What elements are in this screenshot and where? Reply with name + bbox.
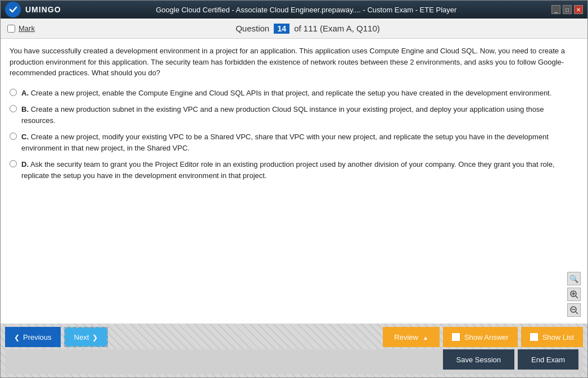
option-b-text: B. Create a new production subnet in the… <box>21 104 578 126</box>
next-chevron-icon <box>92 333 98 341</box>
option-b-content: Create a new production subnet in the ex… <box>21 105 544 125</box>
bottom-wrapper: Previous Next Review Show Answer <box>1 324 587 377</box>
option-c-letter: C. <box>21 133 29 141</box>
question-total: of 111 (Exam A, Q110) <box>294 24 380 33</box>
option-a: A. Create a new project, enable the Comp… <box>10 88 578 99</box>
option-d: D. Ask the security team to grant you th… <box>10 159 578 181</box>
bottom-row2: Save Session End Exam <box>5 349 583 374</box>
review-label: Review <box>394 333 418 341</box>
show-list-icon <box>530 333 538 341</box>
title-bar-left: UMINGO <box>5 2 61 17</box>
option-c-content: Create a new project, modify your existi… <box>21 133 549 152</box>
review-chevron-icon <box>423 333 428 341</box>
option-d-radio[interactable] <box>10 160 17 167</box>
option-a-radio[interactable] <box>10 89 17 96</box>
zoom-controls: 🔍 <box>567 272 581 317</box>
option-a-text: A. Create a new project, enable the Comp… <box>21 88 578 99</box>
main-window: UMINGO Google Cloud Certified - Associat… <box>0 0 588 378</box>
title-bar: UMINGO Google Cloud Certified - Associat… <box>1 1 587 19</box>
save-session-button[interactable]: Save Session <box>443 349 515 370</box>
option-c: C. Create a new project, modify your exi… <box>10 131 578 153</box>
title-bar-title: Google Cloud Certified - Associate Cloud… <box>156 6 456 14</box>
bottom-inner: Previous Next Review Show Answer <box>1 324 587 377</box>
option-b-radio[interactable] <box>10 105 17 112</box>
next-label: Next <box>74 333 89 341</box>
search-icon-btn[interactable]: 🔍 <box>567 272 581 285</box>
question-content: You have successfully created a developm… <box>1 39 587 324</box>
show-answer-label: Show Answer <box>464 333 509 341</box>
previous-button[interactable]: Previous <box>5 327 61 347</box>
zoom-out-button[interactable] <box>567 303 581 317</box>
logo-text: UMINGO <box>25 5 61 14</box>
show-list-label: Show List <box>542 333 574 341</box>
zoom-in-button[interactable] <box>567 288 581 301</box>
question-label: Question <box>236 24 269 33</box>
bottom-row1: Previous Next Review Show Answer <box>5 327 583 347</box>
save-session-label: Save Session <box>456 356 501 364</box>
show-answer-button[interactable]: Show Answer <box>443 327 518 347</box>
options-list: A. Create a new project, enable the Comp… <box>10 88 578 181</box>
previous-label: Previous <box>23 333 52 341</box>
svg-point-0 <box>7 4 19 15</box>
svg-line-2 <box>576 296 578 298</box>
review-button[interactable]: Review <box>383 327 440 347</box>
show-list-button[interactable]: Show List <box>521 327 583 347</box>
question-text: You have successfully created a developm… <box>10 45 578 79</box>
next-button[interactable]: Next <box>64 327 108 347</box>
option-b: B. Create a new production subnet in the… <box>10 104 578 126</box>
close-button[interactable]: ✕ <box>574 5 583 14</box>
minimize-button[interactable]: _ <box>551 5 560 14</box>
svg-line-6 <box>576 312 578 314</box>
show-answer-icon <box>452 333 460 341</box>
option-d-letter: D. <box>21 160 29 168</box>
mark-label: Mark <box>19 24 35 33</box>
option-a-content: Create a new project, enable the Compute… <box>31 89 552 97</box>
previous-chevron-icon <box>14 333 20 341</box>
option-c-text: C. Create a new project, modify your exi… <box>21 131 578 153</box>
question-info: Question 14 of 111 (Exam A, Q110) <box>35 24 581 34</box>
question-toolbar: Mark Question 14 of 111 (Exam A, Q110) <box>1 19 587 39</box>
maximize-button[interactable]: □ <box>563 5 572 14</box>
option-c-radio[interactable] <box>10 133 17 140</box>
end-exam-label: End Exam <box>531 356 565 364</box>
option-d-text: D. Ask the security team to grant you th… <box>21 159 578 181</box>
option-b-letter: B. <box>21 105 29 113</box>
option-a-letter: A. <box>21 89 29 97</box>
option-d-content: Ask the security team to grant you the P… <box>21 160 555 180</box>
mark-checkbox-label[interactable]: Mark <box>7 24 35 33</box>
logo-icon <box>5 2 21 17</box>
mark-checkbox[interactable] <box>7 25 15 33</box>
end-exam-button[interactable]: End Exam <box>518 349 578 370</box>
question-number-badge: 14 <box>274 24 290 34</box>
title-bar-controls: _ □ ✕ <box>551 5 583 14</box>
